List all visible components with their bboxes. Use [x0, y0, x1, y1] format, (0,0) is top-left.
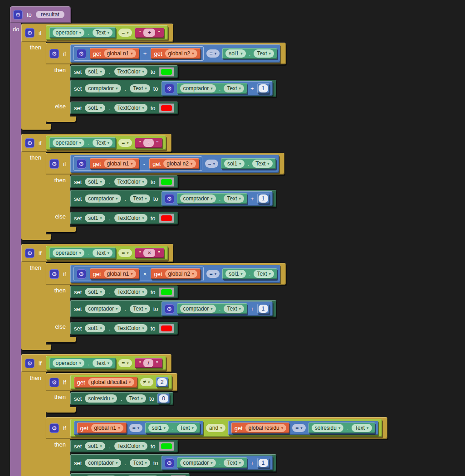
math-subtract-block[interactable]: ⚙ get global n1 - get: [73, 156, 202, 171]
number-block[interactable]: 1: [257, 304, 269, 314]
property-dropdown[interactable]: TextColor: [114, 214, 147, 222]
set-property-block[interactable]: set sol1 . TextColor to: [70, 65, 178, 78]
component-property-block[interactable]: sol1 . Text: [145, 423, 200, 433]
logic-compare-block[interactable]: get global dificultat ≠ 2: [70, 375, 172, 389]
property-dropdown[interactable]: Text: [177, 424, 197, 432]
property-dropdown[interactable]: Text: [130, 84, 150, 92]
procedure-name-field[interactable]: resultat: [36, 11, 64, 18]
property-dropdown[interactable]: TextColor: [114, 288, 147, 296]
color-block-red[interactable]: [159, 214, 174, 223]
gear-icon[interactable]: ⚙: [77, 269, 86, 279]
number-field[interactable]: 1: [259, 84, 268, 92]
gear-icon[interactable]: ⚙: [77, 49, 86, 58]
text-value-field[interactable]: /: [143, 359, 153, 367]
component-dropdown[interactable]: operador: [53, 139, 85, 147]
variable-dropdown[interactable]: global n1: [104, 49, 136, 58]
property-dropdown[interactable]: Text: [254, 270, 274, 278]
property-dropdown[interactable]: Text: [93, 249, 113, 257]
set-property-block[interactable]: set sol1 . TextColor to: [70, 175, 178, 188]
property-dropdown[interactable]: Text: [130, 194, 150, 203]
math-multiply-block[interactable]: ⚙ get global n1 × get: [73, 267, 204, 281]
number-field[interactable]: 1: [259, 459, 268, 467]
if-block-times[interactable]: ⚙ if operador . Text = " ×: [21, 244, 286, 350]
get-variable-block[interactable]: get global n2: [151, 48, 200, 59]
gear-icon[interactable]: ⚙: [49, 378, 59, 387]
math-add-block[interactable]: ⚙ get global n1 + get: [73, 46, 204, 61]
compare-operator-dropdown[interactable]: =: [118, 29, 132, 37]
component-property-block[interactable]: comptador . Text: [177, 303, 247, 314]
component-dropdown[interactable]: operador: [53, 249, 85, 257]
text-string-block[interactable]: " × ": [135, 248, 164, 258]
logic-compare-block[interactable]: operador . Text = " / ": [46, 356, 166, 370]
text-string-block[interactable]: " - ": [135, 138, 163, 148]
if-header[interactable]: ⚙ if ⚙ get global n1: [46, 263, 286, 285]
and-dropdown[interactable]: and: [206, 424, 225, 432]
component-dropdown[interactable]: sol1: [85, 214, 105, 222]
number-block[interactable]: 1: [257, 194, 269, 204]
property-dropdown[interactable]: Text: [224, 194, 244, 203]
gear-icon[interactable]: ⚙: [49, 269, 59, 279]
property-dropdown[interactable]: Text: [252, 160, 273, 168]
math-add-block[interactable]: ⚙ comptador . Text + 1: [162, 301, 273, 316]
math-add-block[interactable]: ⚙ comptador . Text + 1: [162, 191, 273, 206]
math-add-block[interactable]: ⚙ comptador . Text + 1: [162, 81, 273, 96]
component-dropdown[interactable]: comptador: [85, 84, 121, 92]
set-property-block[interactable]: set sol1 . TextColor to: [70, 440, 178, 452]
gear-icon[interactable]: ⚙: [49, 159, 59, 169]
component-dropdown[interactable]: sol1: [85, 288, 105, 296]
color-block-green[interactable]: [159, 177, 174, 187]
property-dropdown[interactable]: Text: [224, 459, 244, 467]
get-variable-block[interactable]: get global n1: [90, 158, 139, 169]
if-header[interactable]: ⚙ if operador . Text = " ×: [21, 244, 173, 262]
if-block-plus[interactable]: ⚙ if operador . Text = " +: [21, 24, 286, 130]
gear-icon[interactable]: ⚙: [13, 10, 23, 19]
gear-icon[interactable]: ⚙: [165, 304, 174, 314]
math-add-block[interactable]: ⚙ comptador . Text + 1: [162, 456, 273, 470]
compare-operator-dropdown[interactable]: =: [129, 424, 143, 432]
set-property-block[interactable]: set comptador . Text to ⚙: [70, 80, 276, 97]
logic-compare-block[interactable]: operador . Text = " - ": [46, 136, 166, 150]
text-string-block[interactable]: " + ": [135, 28, 164, 38]
text-value-field[interactable]: -: [143, 139, 153, 147]
property-dropdown[interactable]: Text: [93, 29, 113, 37]
component-dropdown[interactable]: comptador: [85, 194, 121, 203]
property-dropdown[interactable]: TextColor: [114, 324, 147, 332]
component-property-block[interactable]: comptador . Text: [177, 457, 247, 468]
component-property-block[interactable]: comptador . Text: [177, 83, 247, 94]
set-property-block[interactable]: set comptador . Text to ⚙: [70, 190, 276, 207]
property-dropdown[interactable]: Text: [352, 424, 372, 432]
if-header[interactable]: ⚙ if get global dificultat ≠ 2: [46, 373, 177, 391]
component-dropdown[interactable]: comptador: [85, 305, 121, 313]
number-field[interactable]: 1: [259, 305, 268, 313]
blocks-canvas[interactable]: ⚙ to resultat do ⚙ if operador . Te: [0, 0, 465, 476]
set-property-block[interactable]: set comptador . Text to ⚙: [70, 300, 276, 317]
number-block[interactable]: 2: [156, 377, 168, 387]
variable-dropdown[interactable]: global n1: [104, 160, 136, 168]
number-field[interactable]: 2: [157, 378, 167, 386]
inner-if-and[interactable]: ⚙ if get global n1 =: [46, 417, 387, 476]
component-property-block[interactable]: operador . Text: [49, 27, 116, 38]
property-dropdown[interactable]: Text: [130, 459, 150, 467]
get-variable-block[interactable]: get global n2: [149, 158, 199, 169]
procedure-header[interactable]: ⚙ to resultat: [10, 6, 71, 23]
gear-icon[interactable]: ⚙: [165, 458, 174, 468]
component-dropdown[interactable]: solresidu: [85, 394, 117, 403]
property-dropdown[interactable]: Text: [224, 305, 244, 313]
set-property-block[interactable]: set solresidu . TextColor to: [70, 473, 190, 476]
compare-operator-dropdown[interactable]: ≠: [140, 378, 153, 386]
logic-compare-block[interactable]: operador . Text = " + ": [46, 25, 168, 40]
number-field[interactable]: 0: [159, 394, 168, 403]
property-dropdown[interactable]: TextColor: [114, 68, 147, 76]
component-dropdown[interactable]: operador: [53, 359, 85, 367]
compare-operator-dropdown[interactable]: =: [206, 49, 220, 58]
color-block-green[interactable]: [159, 287, 174, 297]
procedure-block-resultat[interactable]: ⚙ to resultat do ⚙ if operador . Te: [10, 6, 387, 476]
if-header[interactable]: ⚙ if operador . Text = " +: [21, 24, 173, 42]
gear-icon[interactable]: ⚙: [25, 28, 34, 38]
component-dropdown[interactable]: sol1: [148, 424, 169, 432]
number-field[interactable]: 1: [259, 194, 268, 203]
variable-dropdown[interactable]: global n2: [165, 49, 197, 58]
math-compare-block[interactable]: ⚙ get global n1 × get: [70, 265, 281, 283]
gear-icon[interactable]: ⚙: [165, 194, 174, 204]
math-compare-block[interactable]: ⚙ get global n1 + get: [70, 44, 281, 63]
